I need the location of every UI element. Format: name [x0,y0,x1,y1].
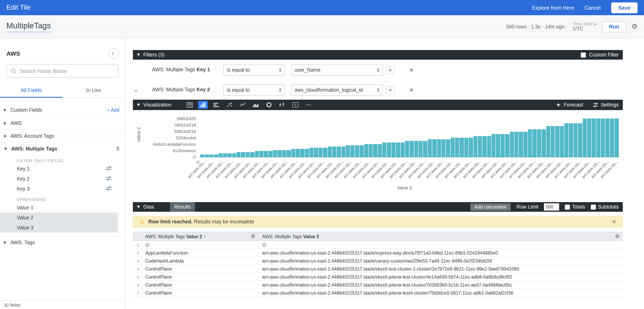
chart-bar[interactable] [264,151,268,157]
chart-bar[interactable] [364,144,368,157]
totals-toggle[interactable]: Totals [565,204,585,210]
chart-bar[interactable] [432,139,436,157]
chart-bar[interactable] [523,132,528,157]
chart-bar[interactable] [400,142,405,157]
chart-bar[interactable] [423,141,428,157]
row-limit-input[interactable] [544,203,559,210]
filter-value-select[interactable]: user_Name [291,64,383,76]
cell-value3[interactable]: arn:aws:cloudformation:us-east-1:4486402… [258,265,623,272]
filter-field-icon[interactable] [106,176,112,182]
column-chart-icon[interactable] [198,101,208,109]
chart-bar[interactable] [532,129,537,157]
query-title[interactable]: MultipleTags [6,21,51,32]
chart-bar[interactable] [314,148,318,157]
chart-bar[interactable] [378,144,382,157]
chart-bar[interactable] [282,150,286,157]
cell-value3[interactable]: arn:aws:cloudformation:us-east-2:4486402… [258,289,623,296]
remove-filter-button[interactable]: ✕ [409,67,414,73]
cell-value2[interactable]: ControlPlane [142,281,258,288]
chart-bar[interactable] [555,126,560,157]
chart-bar[interactable] [405,141,409,157]
query-settings-gear-icon[interactable]: ⚙ [632,22,638,31]
data-section-header[interactable]: Data Results Add calculation Row Limit T… [133,202,623,212]
chart-bar[interactable] [355,145,359,157]
chart-bar[interactable] [232,153,236,157]
chart-bar[interactable] [410,141,414,157]
chart-bar[interactable] [255,151,259,157]
chart-bar[interactable] [587,118,591,157]
cell-value3[interactable]: arn:aws:cloudformation:us-east-2:4486402… [258,273,623,280]
chart-bar[interactable] [246,152,250,157]
chart-bar[interactable] [305,149,309,157]
field-value-2[interactable]: Value 2 [0,212,118,222]
chart-bar[interactable] [505,134,509,157]
sidebar-item-aws-account-tags[interactable]: AWS: Account Tags [0,129,125,142]
field-search[interactable] [6,64,118,78]
field-value-3[interactable]: Value 3 [0,222,118,232]
chart-bar[interactable] [286,150,291,157]
filters-section-header[interactable]: Filters (3) Custom Filter [133,50,623,60]
chart-bar[interactable] [492,134,496,157]
scatter-plot-icon[interactable] [224,101,234,109]
chart-bar[interactable] [360,145,364,157]
chart-bar[interactable] [519,132,523,157]
chart-bar[interactable] [328,146,332,157]
single-value-icon[interactable]: 6 [290,101,300,109]
collapse-visualization-icon[interactable] [137,104,140,106]
chart-bar[interactable] [560,126,564,157]
visualization-section-header[interactable]: Visualization [133,100,623,110]
chart-bar[interactable] [464,138,468,157]
totals-checkbox[interactable] [565,204,570,210]
chart-bar[interactable] [437,139,441,157]
cell-value3[interactable]: arn:aws:cloudformation:us-east-1:4486402… [258,257,623,264]
cancel-button[interactable]: Cancel [584,4,600,10]
collapse-filters-icon[interactable] [137,54,140,56]
cell-value3[interactable]: arn:aws:cloudformation:us-east-2:4486402… [258,249,623,256]
chart-bar[interactable] [514,132,518,157]
chart-bar[interactable] [428,139,432,157]
chart-bar[interactable] [473,136,478,157]
chart-bar[interactable] [310,148,314,157]
chart-bar[interactable] [300,149,304,157]
chart-bar[interactable] [501,134,505,157]
chart-bar[interactable] [369,144,373,157]
chart-bar[interactable] [350,145,354,157]
chart-bar[interactable] [578,123,582,157]
cell-value2[interactable]: CodeHashLambda [142,257,258,264]
filter-operator-select[interactable]: is equal to [223,84,285,96]
chart-bar[interactable] [337,146,341,157]
cell-value2[interactable]: ControlPlane [142,289,258,296]
sidebar-item-aws-multiple-tags[interactable]: AWS: Multiple Tags 5 [0,142,125,155]
chart-bar[interactable] [223,153,227,157]
filter-operator-select[interactable]: is equal to [223,64,285,76]
chart-bar[interactable] [268,151,272,157]
explore-from-here-link[interactable]: Explore from Here [532,4,574,10]
collapse-data-icon[interactable] [137,206,140,208]
chart-bar[interactable] [318,148,323,157]
chart-bar[interactable] [569,123,573,157]
chart-bar[interactable] [228,153,232,157]
subtotals-checkbox[interactable] [591,204,596,210]
cell-value2[interactable]: ∅ [142,241,258,248]
chart-bar[interactable] [414,141,418,157]
filter-field-icon[interactable] [106,186,112,192]
add-calculation-button[interactable]: Add calculation [470,203,511,211]
add-custom-field-button[interactable]: + Add [107,107,119,113]
save-button[interactable]: Save [611,2,638,13]
chart-bar[interactable] [236,152,241,157]
chart-bar[interactable] [482,136,487,157]
cell-value2[interactable]: AppLambdaFunction [142,249,258,256]
remove-filter-value-button[interactable]: ✕ [386,66,394,74]
chart-bar[interactable] [446,139,450,157]
chart-bar[interactable] [564,123,568,157]
chart-bar[interactable] [592,118,596,157]
cell-value2[interactable]: ControlPlane [142,265,258,272]
tab-results[interactable]: Results [170,202,195,212]
chart-bar[interactable] [291,149,296,157]
chart-bar[interactable] [574,123,578,157]
chart-bar[interactable] [510,132,514,157]
more-viz-icon[interactable] [304,101,314,109]
chart-bar[interactable] [419,141,423,157]
chart-bar[interactable] [241,152,245,157]
chart-bar[interactable] [551,126,555,157]
